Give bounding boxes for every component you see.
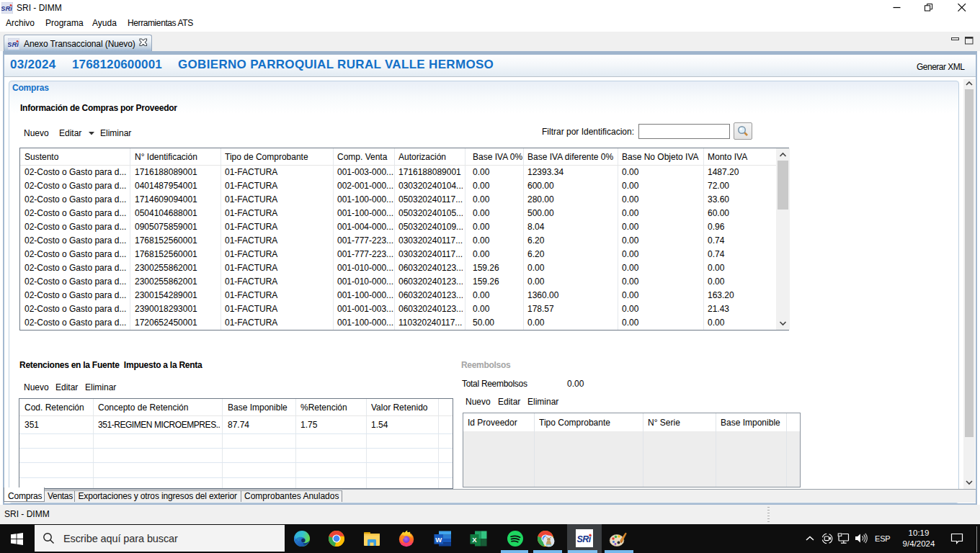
svg-text:W: W (435, 536, 442, 544)
svg-text:X: X (472, 536, 477, 544)
